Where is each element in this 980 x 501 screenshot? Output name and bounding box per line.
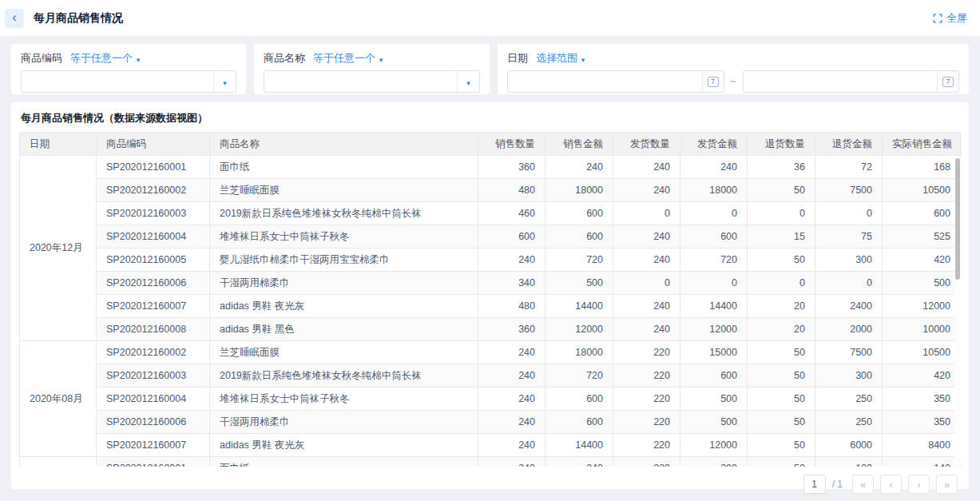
- value-cell: 12000: [680, 318, 748, 341]
- value-cell: 600: [546, 411, 613, 434]
- product-code-cell: SP202012160001: [97, 457, 210, 467]
- calendar-icon: [942, 77, 954, 87]
- value-cell: 2400: [815, 295, 883, 318]
- value-cell: 14400: [680, 295, 748, 318]
- value-cell: 168: [883, 156, 961, 179]
- value-cell: 240: [478, 388, 546, 411]
- first-page-button[interactable]: [852, 475, 874, 494]
- column-header: 日期: [20, 133, 97, 156]
- value-cell: 36: [748, 156, 815, 179]
- product-code-cell: SP202012160002: [97, 341, 210, 364]
- product-name-cell: 兰芝睡眠面膜: [210, 341, 478, 364]
- value-cell: 240: [478, 457, 546, 467]
- value-cell: 600: [680, 225, 748, 249]
- date-from-calendar-button[interactable]: [702, 71, 724, 92]
- date-from-input[interactable]: [507, 70, 724, 93]
- value-cell: 500: [680, 411, 748, 434]
- value-cell: 0: [748, 202, 815, 225]
- value-cell: 14400: [546, 295, 613, 318]
- value-cell: 720: [680, 249, 748, 272]
- value-cell: 500: [546, 272, 613, 295]
- value-cell: 10500: [883, 341, 961, 364]
- product-code-cell: SP202012160002: [97, 179, 210, 202]
- value-cell: 600: [546, 225, 613, 249]
- value-cell: 360: [478, 318, 546, 341]
- value-cell: 250: [815, 411, 883, 434]
- sales-report-card: 每月商品销售情况（数据来源数据视图） 日期商品编码商品名称销售数量销售金额发货数…: [11, 102, 969, 489]
- value-cell: 480: [478, 295, 546, 318]
- product-name-select[interactable]: [264, 70, 480, 93]
- caret-down-icon: [580, 53, 586, 65]
- value-cell: 500: [883, 272, 961, 295]
- table-row: 2020年08月SP202012160002兰芝睡眠面膜240180002201…: [20, 341, 961, 364]
- date-to-value: [744, 71, 938, 92]
- last-page-button[interactable]: [936, 475, 958, 494]
- value-cell: 18000: [546, 179, 613, 202]
- value-cell: 12000: [546, 318, 613, 341]
- date-group-cell: [20, 457, 97, 467]
- value-cell: 600: [546, 202, 613, 225]
- previous-page-button[interactable]: [880, 475, 902, 494]
- product-code-cell: SP202012160008: [97, 318, 210, 341]
- value-cell: 360: [478, 156, 546, 179]
- product-code-select-arrow[interactable]: [213, 71, 236, 92]
- value-cell: 240: [546, 457, 613, 467]
- table-header-row: 日期商品编码商品名称销售数量销售金额发货数量发货金额退货数量退货金额实际销售金额: [20, 133, 961, 156]
- scrollbar-thumb[interactable]: [955, 158, 960, 280]
- product-name-select-arrow[interactable]: [457, 71, 479, 92]
- filter-label-product-name: 商品名称: [264, 51, 305, 66]
- product-name-cell: 面巾纸: [210, 156, 478, 179]
- value-cell: 350: [883, 388, 961, 411]
- back-button[interactable]: [5, 9, 24, 28]
- filter-operator-product-name[interactable]: 等于任意一个: [313, 51, 384, 66]
- value-cell: 0: [680, 272, 748, 295]
- table-row: SP2020121600032019新款日系纯色堆堆袜女秋冬纯棉中筒长袜4606…: [20, 202, 961, 225]
- column-header: 发货数量: [613, 133, 680, 156]
- caret-down-icon: [222, 74, 228, 89]
- product-code-select[interactable]: [21, 70, 236, 93]
- value-cell: 460: [478, 202, 546, 225]
- value-cell: 0: [815, 272, 883, 295]
- table-row: SP202012160002兰芝睡眠面膜48018000240180005075…: [20, 179, 961, 202]
- value-cell: 0: [613, 202, 680, 225]
- date-to-input[interactable]: [743, 70, 960, 93]
- product-name-cell: 干湿两用棉柔巾: [210, 411, 478, 434]
- value-cell: 50: [748, 249, 815, 272]
- value-cell: 220: [613, 457, 680, 467]
- value-cell: 240: [613, 249, 680, 272]
- value-cell: 0: [680, 202, 748, 225]
- column-header: 销售数量: [478, 133, 546, 156]
- product-code-cell: SP202012160004: [97, 388, 210, 411]
- value-cell: 15000: [680, 341, 748, 364]
- value-cell: 7500: [815, 179, 883, 202]
- fullscreen-button[interactable]: 全屏: [933, 11, 967, 26]
- calendar-icon: [708, 77, 719, 87]
- column-header: 退货金额: [815, 133, 883, 156]
- caret-down-icon: [135, 53, 141, 65]
- value-cell: 50: [748, 341, 815, 364]
- filter-card-product-code: 商品编码 等于任意一个: [11, 44, 246, 94]
- date-group-cell: 2020年08月: [20, 341, 97, 457]
- date-to-calendar-button[interactable]: [937, 71, 958, 92]
- product-code-select-value: [22, 71, 213, 92]
- value-cell: 240: [478, 364, 546, 388]
- value-cell: 50: [748, 434, 815, 457]
- page-title: 每月商品销售情况: [34, 11, 123, 26]
- sales-table-body: 2020年12月SP202012160001面巾纸360240240240367…: [20, 156, 961, 467]
- value-cell: 0: [613, 272, 680, 295]
- value-cell: 240: [546, 156, 613, 179]
- value-cell: 420: [883, 364, 961, 388]
- table-row: SP202012160006干湿两用棉柔巾2406002205005025035…: [20, 411, 961, 434]
- filter-card-date: 日期 选择范围 ~: [498, 44, 969, 94]
- value-cell: 240: [478, 249, 546, 272]
- filter-operator-product-code[interactable]: 等于任意一个: [70, 51, 141, 66]
- value-cell: 300: [815, 364, 883, 388]
- value-cell: 50: [748, 457, 815, 467]
- value-cell: 140: [883, 457, 961, 467]
- value-cell: 220: [613, 434, 680, 457]
- vertical-scrollbar[interactable]: [954, 157, 961, 465]
- page-number-input[interactable]: 1: [803, 475, 826, 494]
- filter-operator-date[interactable]: 选择范围: [536, 51, 586, 66]
- value-cell: 240: [680, 156, 748, 179]
- next-page-button[interactable]: [908, 475, 930, 494]
